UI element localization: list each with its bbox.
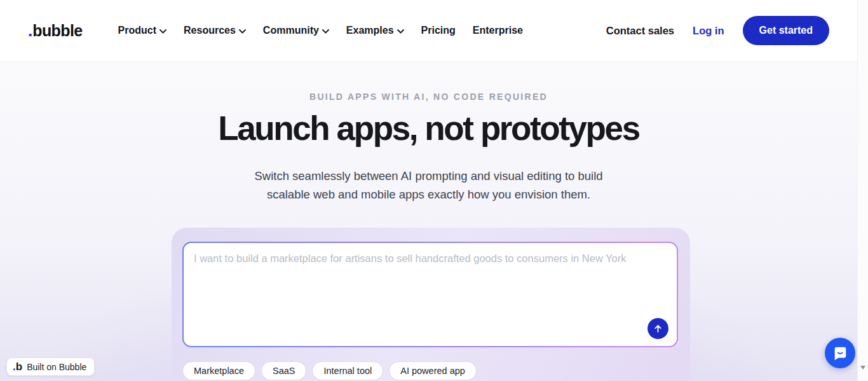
built-on-bubble-label: Built on Bubble bbox=[27, 362, 86, 372]
nav-item-resources[interactable]: Resources bbox=[184, 25, 246, 36]
get-started-button[interactable]: Get started bbox=[743, 16, 829, 45]
top-navigation-bar: .bubble Product Resources Community Exam… bbox=[0, 0, 857, 62]
logo-dot-icon: . bbox=[28, 21, 32, 41]
vertical-scrollbar[interactable] bbox=[857, 0, 868, 381]
prompt-suggestion-tags: Marketplace SaaS Internal tool AI powere… bbox=[182, 361, 477, 380]
submit-prompt-button[interactable] bbox=[648, 318, 668, 339]
chevron-down-icon bbox=[239, 29, 246, 34]
nav-item-examples[interactable]: Examples bbox=[346, 25, 404, 36]
hero-section: BUILD APPS WITH AI, NO CODE REQUIRED Lau… bbox=[0, 62, 857, 381]
app-prompt-input[interactable] bbox=[184, 243, 677, 346]
logo-text: bubble bbox=[32, 22, 82, 40]
hero-subtitle: Switch seamlessly between AI prompting a… bbox=[0, 167, 857, 204]
page-title: Launch apps, not prototypes bbox=[0, 109, 857, 148]
arrow-up-icon bbox=[653, 324, 663, 333]
chevron-down-icon bbox=[322, 29, 329, 34]
nav-item-label: Resources bbox=[184, 25, 236, 36]
tag-saas[interactable]: SaaS bbox=[261, 361, 306, 380]
built-on-bubble-badge[interactable]: .b Built on Bubble bbox=[6, 357, 95, 376]
nav-item-community[interactable]: Community bbox=[263, 25, 329, 36]
nav-item-label: Product bbox=[118, 25, 156, 36]
hero-subtitle-line1: Switch seamlessly between AI prompting a… bbox=[0, 167, 857, 185]
nav-item-label: Examples bbox=[346, 25, 394, 36]
tag-ai-powered-app[interactable]: AI powered app bbox=[389, 361, 477, 380]
login-link[interactable]: Log in bbox=[693, 25, 724, 37]
tag-marketplace[interactable]: Marketplace bbox=[182, 361, 255, 380]
chat-bubble-icon bbox=[832, 345, 848, 362]
nav-item-pricing[interactable]: Pricing bbox=[421, 25, 456, 36]
nav-item-label: Community bbox=[263, 25, 319, 36]
chat-launcher-button[interactable] bbox=[825, 338, 855, 368]
hero-subtitle-line2: scalable web and mobile apps exactly how… bbox=[0, 185, 857, 204]
bubble-logo[interactable]: .bubble bbox=[28, 21, 83, 41]
tag-internal-tool[interactable]: Internal tool bbox=[312, 361, 383, 380]
nav-item-product[interactable]: Product bbox=[118, 25, 166, 36]
contact-sales-link[interactable]: Contact sales bbox=[606, 25, 674, 37]
main-nav: Product Resources Community Examples Pri… bbox=[118, 25, 523, 36]
nav-item-enterprise[interactable]: Enterprise bbox=[473, 25, 523, 36]
ai-prompt-card: Marketplace SaaS Internal tool AI powere… bbox=[172, 228, 690, 381]
chevron-down-icon bbox=[397, 29, 404, 34]
hero-eyebrow: BUILD APPS WITH AI, NO CODE REQUIRED bbox=[0, 92, 857, 102]
bubble-glyph-icon: .b bbox=[13, 361, 22, 372]
nav-item-label: Pricing bbox=[421, 25, 456, 36]
chevron-down-icon bbox=[159, 29, 166, 34]
header-actions: Contact sales Log in Get started bbox=[606, 16, 829, 45]
prompt-input-frame bbox=[182, 242, 678, 347]
scroll-down-arrow-icon[interactable] bbox=[860, 366, 865, 370]
nav-item-label: Enterprise bbox=[473, 25, 523, 36]
